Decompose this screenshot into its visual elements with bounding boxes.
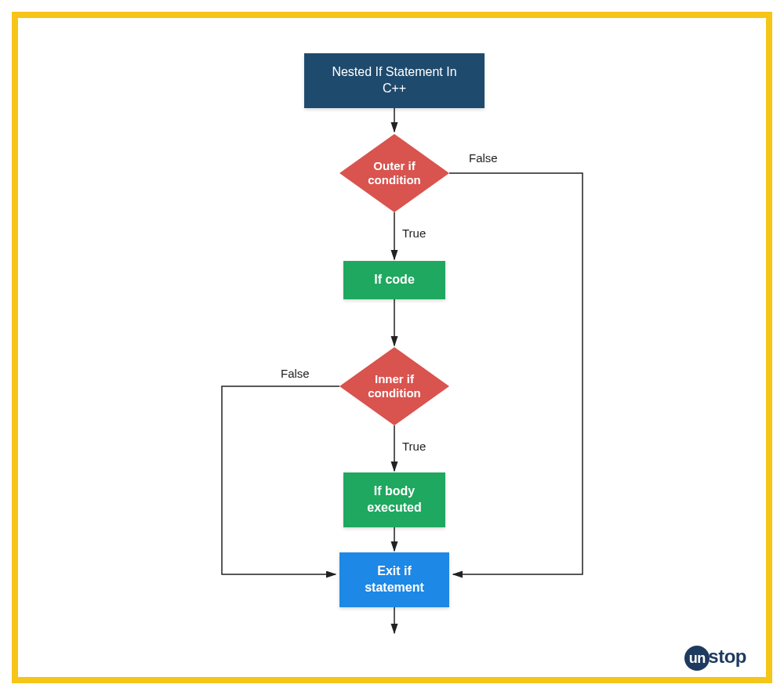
logo-circle: un xyxy=(684,646,710,671)
logo-prefix: un xyxy=(689,650,706,667)
inner-if-diamond: Inner ifcondition xyxy=(339,347,449,425)
exit-box: Exit ifstatement xyxy=(339,552,449,607)
outer-if-diamond: Outer ifcondition xyxy=(339,134,449,212)
diagram-frame: Nested If Statement In C++ Outer ifcondi… xyxy=(12,12,772,683)
if-body-text: If bodyexecuted xyxy=(367,483,421,516)
inner-if-text: Inner ifcondition xyxy=(368,372,421,400)
if-body-box: If bodyexecuted xyxy=(343,472,445,527)
true-label-2: True xyxy=(402,440,426,453)
unstop-logo: un stop xyxy=(684,646,746,671)
true-label-1: True xyxy=(402,226,426,240)
if-code-box: If code xyxy=(343,261,445,299)
false-label-2: False xyxy=(281,367,310,380)
exit-text: Exit ifstatement xyxy=(365,563,424,596)
if-code-text: If code xyxy=(374,272,415,288)
title-box: Nested If Statement In C++ xyxy=(304,53,485,108)
false-label-1: False xyxy=(469,151,498,165)
logo-suffix: stop xyxy=(708,646,746,667)
flowchart-canvas: Nested If Statement In C++ Outer ifcondi… xyxy=(18,18,766,677)
outer-if-text: Outer ifcondition xyxy=(368,159,421,187)
title-text: Nested If Statement In C++ xyxy=(320,64,469,97)
